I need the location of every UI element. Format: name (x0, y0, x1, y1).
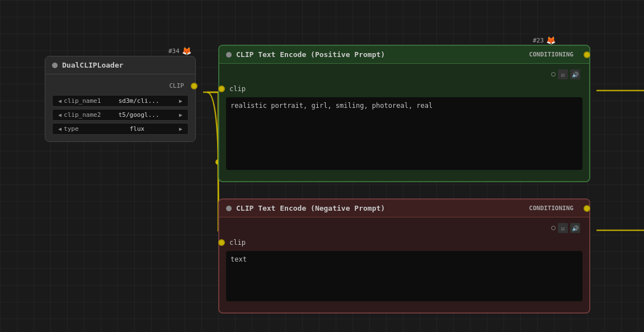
clip-negative-input-connector[interactable] (218, 239, 225, 246)
clip-negative-input-row: clip (226, 235, 582, 249)
clip-negative-header: CLIP Text Encode (Negative Prompt) CONDI… (219, 200, 589, 217)
dualclip-header: DualCLIPLoader (45, 56, 195, 74)
dualclip-output-connector[interactable] (191, 83, 198, 89)
clip-name2-left-arrow[interactable]: ◀ (56, 112, 64, 118)
node-dualclip: #34 🦊 DualCLIPLoader CLIP ◀ clip_name1 s… (45, 56, 196, 142)
clip-negative-input-label: clip (229, 239, 246, 246)
field-type[interactable]: ◀ type flux ▶ (52, 123, 189, 135)
clip-name1-value: sd3m/cli... (101, 97, 177, 105)
clip-name2-label: clip_name2 (64, 111, 101, 118)
clip-negative-status-dot (226, 206, 232, 211)
clip-negative-ctrl-circle[interactable] (551, 226, 556, 230)
clip-negative-title: CLIP Text Encode (Negative Prompt) (236, 204, 385, 212)
clip-positive-ctrl-speaker[interactable]: 🔊 (570, 69, 580, 79)
clip-negative-output-connector[interactable] (584, 205, 590, 212)
clip-negative-controls: ☑ 🔊 (226, 222, 582, 234)
clip-name1-right-arrow[interactable]: ▶ (177, 98, 185, 104)
clip-negative-ctrl-checkbox[interactable]: ☑ (558, 223, 568, 233)
conditioning-neg-output-label: CONDITIONING (529, 205, 574, 212)
clip-positive-input-label: clip (229, 85, 246, 93)
clip-name2-right-arrow[interactable]: ▶ (177, 112, 185, 118)
clip-positive-body: ☑ 🔊 clip (219, 64, 589, 181)
dualclip-output-label: CLIP (170, 82, 185, 89)
clip-name1-label: clip_name1 (64, 97, 101, 105)
clip-positive-header: CLIP Text Encode (Positive Prompt) CONDI… (219, 46, 589, 64)
clip-positive-input-row: clip (226, 82, 582, 95)
dualclip-body: CLIP ◀ clip_name1 sd3m/cli... ▶ ◀ clip_n… (45, 74, 195, 141)
field-clip-name1[interactable]: ◀ clip_name1 sd3m/cli... ▶ (52, 95, 189, 107)
clip-negative-ctrl-speaker[interactable]: 🔊 (570, 223, 580, 233)
node-clip-positive: #23 🦊 CLIP Text Encode (Positive Prompt)… (218, 45, 590, 182)
clip-negative-body: ☑ 🔊 clip (219, 217, 589, 312)
type-right-arrow[interactable]: ▶ (177, 126, 185, 132)
type-value: flux (97, 125, 177, 132)
clip-positive-textarea[interactable] (226, 97, 582, 170)
node34-badge: #34 🦊 (168, 46, 191, 55)
clip-negative-textarea[interactable] (226, 251, 582, 301)
dualclip-title: DualCLIPLoader (62, 61, 124, 69)
type-label: type (64, 125, 97, 132)
conditioning-output-label: CONDITIONING (529, 51, 574, 58)
clip-positive-output-connector[interactable] (584, 51, 590, 58)
clip-positive-controls: ☑ 🔊 (226, 68, 582, 80)
field-clip-name2[interactable]: ◀ clip_name2 t5/googl... ▶ (52, 109, 189, 121)
dualclip-output-row: CLIP (52, 79, 189, 93)
type-left-arrow[interactable]: ◀ (56, 126, 64, 132)
node-clip-negative: CLIP Text Encode (Negative Prompt) CONDI… (218, 198, 590, 314)
clip-positive-input-connector[interactable] (218, 86, 225, 92)
clip-positive-title: CLIP Text Encode (Positive Prompt) (236, 50, 385, 59)
dualclip-status-dot (52, 63, 58, 68)
clip-name1-left-arrow[interactable]: ◀ (56, 98, 64, 104)
clip-positive-ctrl-circle[interactable] (551, 72, 556, 77)
clip-name2-value: t5/googl... (101, 111, 177, 118)
node-canvas: #34 🦊 DualCLIPLoader CLIP ◀ clip_name1 s… (0, 0, 644, 332)
clip-positive-status-dot (226, 52, 232, 58)
clip-positive-ctrl-checkbox[interactable]: ☑ (558, 69, 568, 79)
node23-badge: #23 🦊 (533, 36, 556, 45)
